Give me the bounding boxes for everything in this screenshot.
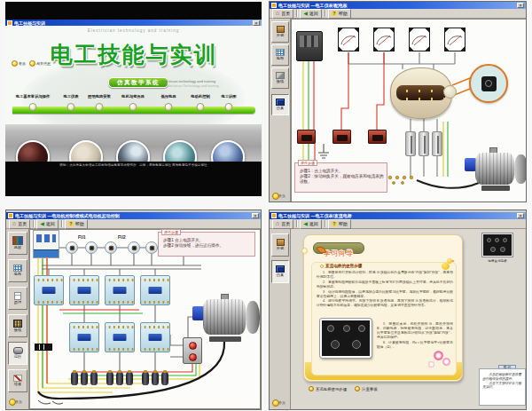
sidebar-item-circuit[interactable]: 电路: [8, 259, 27, 282]
link-precautions[interactable]: 注意事项: [355, 386, 378, 391]
window-guide: 电工技能与实训 —电工仪表\直流电桥 × ⌂首页 ◀返回 ?帮助 外观 仿真 音…: [269, 209, 527, 410]
switch-knob[interactable]: [443, 85, 457, 99]
contactor[interactable]: [140, 322, 170, 352]
box-icon: [277, 239, 285, 246]
contactor[interactable]: [105, 275, 135, 305]
menu-orb[interactable]: [129, 103, 137, 111]
thumbnail-label: 便携直流电桥: [473, 259, 521, 263]
steps-box: 操作步骤 步骤1：合上电源开关。 步骤2：按动转换开关，观察电压表和电流表的读数…: [294, 162, 387, 193]
sidebar: 器材 电路 原理 接线 运行 维修 音乐: [6, 229, 29, 409]
coil: [90, 372, 98, 385]
menu-orb[interactable]: [29, 103, 37, 111]
sidebar-item-appearance[interactable]: 外观: [271, 233, 289, 257]
menu-orb[interactable]: [197, 103, 205, 111]
help-icon: ?: [332, 11, 337, 16]
changeover-switch[interactable]: [390, 67, 452, 119]
back-button[interactable]: ◀返回: [300, 9, 322, 19]
circuit-breaker[interactable]: [296, 31, 323, 61]
contactor[interactable]: [140, 275, 170, 305]
usage-steps-text: 1、测量前先打开检流计锁扣，即将 G 接线柱处的金属拨片由“内接”旋到“外接”，…: [317, 271, 453, 309]
coil: [71, 372, 78, 385]
monitor-icon: [276, 265, 285, 273]
home-button[interactable]: ⌂首页: [272, 9, 293, 19]
circuit-breaker[interactable]: [33, 230, 59, 258]
english-subtitle: Electrician technology and training: [161, 79, 215, 83]
contactor[interactable]: [105, 322, 135, 352]
coil: [142, 372, 149, 385]
contactor[interactable]: [69, 322, 99, 352]
step-line: 步骤2 按动按钮，进行运行操作。: [163, 243, 252, 249]
parts-icon: [12, 236, 23, 245]
help-button[interactable]: ?帮助: [328, 9, 351, 19]
sidebar-item-principle[interactable]: 原理: [8, 287, 27, 310]
menu-item-machines[interactable]: 电机与变压器: [121, 94, 145, 99]
current-transformer: [332, 130, 351, 144]
flower-decoration: [434, 351, 443, 360]
menu-item-basics[interactable]: 电工基本常识与操作: [16, 94, 51, 99]
analog-meter: [338, 28, 359, 51]
menu-orb[interactable]: [165, 103, 173, 111]
help-button[interactable]: ?帮助: [65, 219, 88, 229]
credits-line: 研制：大连海事大学信息工程学院信息教育技术研究所 出版：高等教育出版社 高等教育…: [5, 163, 262, 167]
menu-item-drawings[interactable]: 电工识图: [221, 94, 236, 99]
ring-decoration: [301, 248, 308, 254]
knob: [331, 340, 340, 349]
motor-body: [475, 153, 514, 185]
menu-item-lighting[interactable]: 照明电路安装: [88, 94, 111, 99]
sidebar-item-repair[interactable]: 维修: [8, 369, 27, 392]
help-text: 点击右侧图例可选择需进行相应操作的器件。: [482, 373, 523, 382]
music-icon: [12, 60, 18, 67]
home-button[interactable]: ⌂首页: [9, 219, 30, 229]
toolbar-separator: [296, 220, 297, 227]
fuse-label: FU1: [78, 235, 86, 240]
menu-item-lowvoltage[interactable]: 低压电器: [160, 94, 176, 99]
coil: [81, 372, 88, 385]
sidebar-item-simulation[interactable]: 仿真: [271, 260, 289, 283]
sidebar-item-run[interactable]: 运行: [8, 342, 27, 365]
english-subtitle-2: Electrician Technology and training: [167, 84, 219, 88]
sidebar-item-wiring[interactable]: 接线: [8, 314, 27, 337]
menu-item-motorcontrol[interactable]: 电动机控制: [191, 94, 209, 99]
wiring-icon: [276, 72, 285, 79]
motor: [475, 147, 527, 191]
menu-orb[interactable]: [96, 103, 104, 111]
english-heading: Electrician technology and training: [5, 28, 262, 33]
link-usage-steps[interactable]: 直流电桥使用步骤: [309, 386, 347, 391]
motor-base: [209, 336, 241, 342]
music-label: 音乐: [278, 194, 286, 198]
close-icon[interactable]: ×: [517, 213, 524, 218]
bridge-thumbnail[interactable]: [482, 233, 512, 257]
sidebar-item-equipment[interactable]: 器材: [8, 232, 27, 255]
sidebar-item-circuit[interactable]: 电路: [271, 44, 289, 66]
contactor[interactable]: [34, 275, 64, 305]
close-icon[interactable]: ×: [252, 213, 259, 218]
sidebar-item-appearance[interactable]: 外观: [271, 21, 289, 43]
sidebar-item-simulation[interactable]: 仿真: [271, 94, 289, 115]
back-button[interactable]: ◀返回: [36, 219, 59, 229]
knob: [503, 238, 507, 242]
home-icon: ⌂: [12, 221, 16, 226]
terminal-grid-icon: [13, 320, 22, 328]
sidebar: 外观 仿真 音乐: [270, 229, 291, 410]
guide-card: 学习向导 直流电桥的使用步骤 1、测量前先打开检流计锁扣，即将 G 接线柱处的金…: [303, 234, 463, 382]
back-icon: ◀: [303, 11, 308, 16]
help-button[interactable]: ?帮助: [328, 219, 351, 229]
usage-steps-text-2: 5、测量结束后，先松开按钮 G，再松开按钮 B，切断电源，拆除被测电阻，记录数据…: [377, 322, 453, 350]
home-button[interactable]: ⌂首页: [272, 219, 293, 229]
back-button[interactable]: ◀返回: [300, 219, 322, 229]
help-box: 点击右侧图例可选择需进行相应操作的器件。 点击下方按钮可学习相关知识。: [479, 368, 526, 406]
start-button[interactable]: [189, 342, 197, 350]
contactor[interactable]: [69, 275, 99, 305]
fuse-link: [419, 131, 429, 156]
splash-content: Electrician technology and training 音乐 相…: [5, 26, 262, 162]
menu-orb[interactable]: [225, 103, 233, 111]
sidebar-item-wiring[interactable]: 接线: [271, 67, 289, 89]
bullet-icon: [320, 265, 324, 268]
screenshot-grid: 电工技能与实训 × Electrician technology and tra…: [0, 0, 532, 411]
close-icon[interactable]: ×: [517, 3, 524, 8]
knob-closeup[interactable]: [481, 76, 497, 91]
menu-orb[interactable]: [67, 103, 75, 111]
stop-button[interactable]: [189, 353, 197, 361]
steps-box: 操作步骤 步骤1 合上电源开关。 步骤2 按动按钮，进行运行操作。: [158, 232, 255, 257]
menu-item-meters[interactable]: 电工仪表: [63, 94, 78, 99]
